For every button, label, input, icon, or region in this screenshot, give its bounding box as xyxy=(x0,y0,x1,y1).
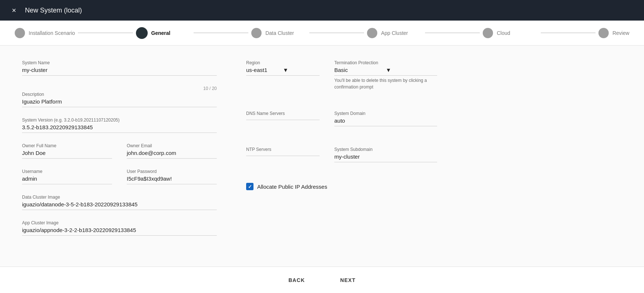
allocate-public-ip-row[interactable]: Allocate Public IP Addresses xyxy=(246,183,437,190)
region-label: Region xyxy=(246,60,320,65)
user-password-field: User Password I5cF9a$I3xqd9aw! xyxy=(127,169,217,184)
main-content: System Name my-cluster 10 / 20 Descripti… xyxy=(0,46,644,267)
owner-email-field: Owner Email john.doe@corp.com xyxy=(127,143,217,159)
system-domain-value[interactable]: auto xyxy=(334,117,437,126)
termination-protection-label: Termination Protection xyxy=(334,60,437,65)
dns-name-servers-value[interactable] xyxy=(246,117,320,120)
step-label-review: Review xyxy=(612,30,629,36)
system-subdomain-label: System Subdomain xyxy=(334,147,437,152)
region-termination-row: Region us-east1 ▼ Termination Protection… xyxy=(246,60,437,101)
step-connector-4 xyxy=(425,33,480,33)
description-value[interactable]: Iguazio Platform xyxy=(22,98,217,107)
page-title: New System (local) xyxy=(25,7,82,14)
region-dropdown-arrow: ▼ xyxy=(283,67,320,73)
step-label-general: General xyxy=(151,30,170,36)
dns-name-servers-field: DNS Name Servers xyxy=(246,111,320,126)
ntp-subdomain-row: NTP Servers System Subdomain my-cluster xyxy=(246,147,437,173)
step-label-cloud: Cloud xyxy=(497,30,510,36)
step-review[interactable]: Review xyxy=(598,28,629,38)
step-circle-cloud xyxy=(483,28,493,38)
footer: BACK NEXT xyxy=(0,267,644,293)
step-connector-3 xyxy=(309,33,364,33)
owner-row: Owner Full Name John Doe Owner Email joh… xyxy=(22,143,217,169)
dns-name-servers-label: DNS Name Servers xyxy=(246,111,320,116)
app-cluster-image-label: App Cluster Image xyxy=(22,220,217,225)
owner-full-name-label: Owner Full Name xyxy=(22,143,112,148)
username-field: Username admin xyxy=(22,169,112,184)
description-label: Description xyxy=(22,92,217,97)
step-circle-installation xyxy=(15,28,25,38)
termination-dropdown-arrow: ▼ xyxy=(386,67,437,73)
dns-system-domain-row: DNS Name Servers System Domain auto xyxy=(246,111,437,137)
region-field: Region us-east1 ▼ xyxy=(246,60,320,90)
system-domain-label: System Domain xyxy=(334,111,437,116)
owner-email-label: Owner Email xyxy=(127,143,217,148)
data-cluster-image-value[interactable]: iguazio/datanode-3-5-2-b183-202209291338… xyxy=(22,201,217,210)
system-name-value[interactable]: my-cluster xyxy=(22,67,217,76)
username-value[interactable]: admin xyxy=(22,176,112,184)
step-circle-review xyxy=(598,28,609,38)
system-subdomain-field: System Subdomain my-cluster xyxy=(334,147,437,162)
step-data-cluster[interactable]: Data Cluster xyxy=(251,28,306,38)
ntp-servers-label: NTP Servers xyxy=(246,147,320,152)
allocate-public-ip-label: Allocate Public IP Addresses xyxy=(257,184,327,190)
app-cluster-image-field: App Cluster Image iguazio/appnode-3-2-2-… xyxy=(22,220,217,236)
region-select[interactable]: us-east1 ▼ xyxy=(246,67,320,76)
step-circle-app-cluster xyxy=(367,28,377,38)
step-label-installation: Installation Scenario xyxy=(29,30,75,36)
step-app-cluster[interactable]: App Cluster xyxy=(367,28,422,38)
description-field: 10 / 20 Description Iguazio Platform xyxy=(22,86,217,107)
description-char-count: 10 / 20 xyxy=(22,86,217,91)
left-column: System Name my-cluster 10 / 20 Descripti… xyxy=(22,60,217,256)
termination-hint: You'll be able to delete this system by … xyxy=(334,77,437,90)
step-label-data-cluster: Data Cluster xyxy=(265,30,294,36)
system-subdomain-value[interactable]: my-cluster xyxy=(334,153,437,162)
credentials-row: Username admin User Password I5cF9a$I3xq… xyxy=(22,169,217,195)
system-version-label: System Version (e.g. 3.2.0-b19.202111071… xyxy=(22,117,217,123)
owner-full-name-field: Owner Full Name John Doe xyxy=(22,143,112,159)
system-version-field: System Version (e.g. 3.2.0-b19.202111071… xyxy=(22,117,217,133)
close-button[interactable]: × xyxy=(9,5,19,15)
data-cluster-image-field: Data Cluster Image iguazio/datanode-3-5-… xyxy=(22,195,217,210)
step-circle-general xyxy=(136,27,148,39)
owner-email-value[interactable]: john.doe@corp.com xyxy=(127,150,217,159)
region-value: us-east1 xyxy=(246,67,283,73)
step-circle-data-cluster xyxy=(251,28,262,38)
right-column: Region us-east1 ▼ Termination Protection… xyxy=(246,60,437,256)
step-connector-5 xyxy=(541,33,596,33)
step-label-app-cluster: App Cluster xyxy=(381,30,408,36)
termination-protection-field: Termination Protection Basic ▼ You'll be… xyxy=(334,60,437,90)
user-password-label: User Password xyxy=(127,169,217,174)
allocate-public-ip-checkbox[interactable] xyxy=(246,183,253,190)
user-password-value[interactable]: I5cF9a$I3xqd9aw! xyxy=(127,176,217,184)
step-general[interactable]: General xyxy=(136,27,191,39)
step-cloud[interactable]: Cloud xyxy=(483,28,537,38)
termination-protection-select[interactable]: Basic ▼ xyxy=(334,67,437,76)
header: × New System (local) xyxy=(0,0,644,21)
step-connector-2 xyxy=(194,33,248,33)
data-cluster-image-label: Data Cluster Image xyxy=(22,195,217,200)
step-installation-scenario[interactable]: Installation Scenario xyxy=(15,28,75,38)
system-name-label: System Name xyxy=(22,60,217,65)
termination-protection-value: Basic xyxy=(334,67,386,73)
system-name-field: System Name my-cluster xyxy=(22,60,217,76)
ntp-servers-value[interactable] xyxy=(246,153,320,156)
app-cluster-image-value[interactable]: iguazio/appnode-3-2-2-b183-2022092913384… xyxy=(22,227,217,236)
steps-bar: Installation Scenario General Data Clust… xyxy=(0,21,644,46)
ntp-servers-field: NTP Servers xyxy=(246,147,320,162)
back-button[interactable]: BACK xyxy=(278,274,315,286)
step-connector-1 xyxy=(78,33,133,33)
username-label: Username xyxy=(22,169,112,174)
system-version-value[interactable]: 3.5.2-b183.20220929133845 xyxy=(22,124,217,133)
next-button[interactable]: NEXT xyxy=(330,274,366,286)
owner-full-name-value[interactable]: John Doe xyxy=(22,150,112,159)
system-domain-field: System Domain auto xyxy=(334,111,437,126)
